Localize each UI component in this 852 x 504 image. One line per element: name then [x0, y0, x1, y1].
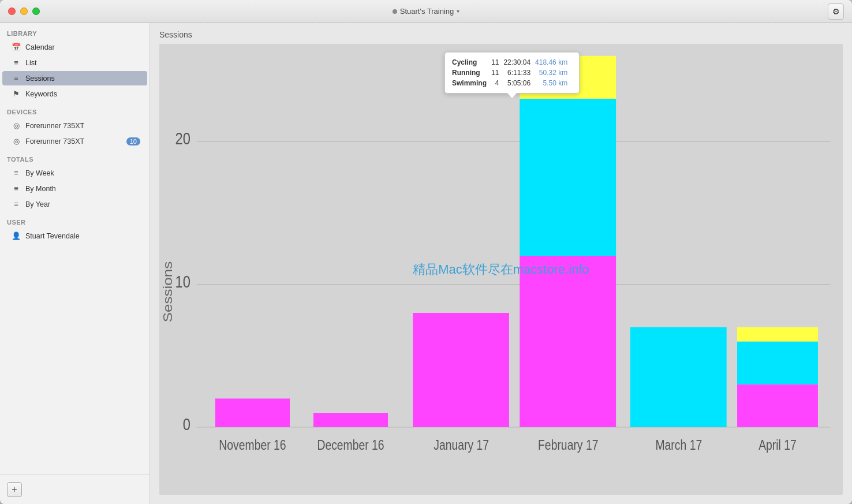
- bar-mar17-cycling: [630, 327, 727, 427]
- gear-button[interactable]: ⚙: [828, 3, 844, 20]
- tooltip-time-0: 22:30:04: [503, 57, 535, 68]
- user-header: USER: [0, 212, 150, 228]
- chart-svg: 0 10 20 Sessions: [159, 44, 843, 495]
- chart-area: Sessions Cycling 11 22:30:04 418.46 km R…: [150, 23, 852, 504]
- tooltip-time-2: 5:05:06: [503, 78, 535, 88]
- device-icon-1: ◎: [12, 121, 21, 130]
- by-week-icon: ≡: [12, 169, 21, 177]
- device-icon-2: ◎: [12, 137, 21, 145]
- main-window: Stuart's Training ▾ ⚙ LIBRARY 📅 Calendar…: [0, 0, 852, 504]
- window-controls: [8, 8, 40, 15]
- calendar-icon: 📅: [12, 43, 21, 51]
- bar-jan17-running: [413, 313, 509, 427]
- sessions-icon: ≡: [12, 74, 21, 83]
- svg-text:20: 20: [175, 129, 190, 148]
- sidebar-item-list[interactable]: ≡ List: [2, 55, 147, 70]
- tooltip-count-0: 11: [491, 57, 503, 68]
- sidebar-label-list: List: [25, 59, 36, 67]
- window-title: Stuart's Training ▾: [393, 7, 460, 16]
- sidebar-label-by-year: By Year: [25, 200, 50, 208]
- sidebar-item-user[interactable]: 👤 Stuart Tevendale: [2, 229, 147, 243]
- tooltip-distance-1: 50.32 km: [535, 68, 572, 78]
- sidebar-label-keywords: Keywords: [25, 90, 57, 98]
- tooltip-distance-0: 418.46 km: [535, 57, 572, 68]
- gear-icon: ⚙: [832, 7, 840, 16]
- sidebar-bottom: +: [0, 475, 150, 504]
- keywords-icon: ⚑: [12, 89, 21, 98]
- tooltip-activity-2: Swimming: [452, 78, 491, 88]
- bar-apr17-running: [737, 384, 818, 427]
- bar-feb17-running: [520, 256, 616, 427]
- sidebar-label-by-month: By Month: [25, 185, 56, 193]
- sidebar-item-sessions[interactable]: ≡ Sessions: [2, 71, 147, 85]
- svg-text:Sessions: Sessions: [160, 262, 174, 323]
- tooltip-popup: Cycling 11 22:30:04 418.46 km Running 11…: [444, 52, 580, 94]
- bar-feb17-cycling: [520, 99, 616, 256]
- sidebar-item-forerunner2[interactable]: ◎ Forerunner 735XT 10: [2, 134, 147, 148]
- tooltip-activity-0: Cycling: [452, 57, 491, 68]
- tooltip-time-1: 6:11:33: [503, 68, 535, 78]
- title-dot-icon: [393, 9, 397, 14]
- tooltip-row-1: Running 11 6:11:33 50.32 km: [452, 68, 572, 78]
- user-icon: 👤: [12, 232, 21, 240]
- sidebar-item-keywords[interactable]: ⚑ Keywords: [2, 87, 147, 101]
- sidebar-item-by-month[interactable]: ≡ By Month: [2, 181, 147, 196]
- main-content: LIBRARY 📅 Calendar ≡ List ≡ Sessions ⚑ K…: [0, 23, 852, 504]
- titlebar: Stuart's Training ▾ ⚙: [0, 0, 852, 23]
- bar-nov16-running: [215, 398, 290, 427]
- add-icon: +: [12, 484, 17, 495]
- sidebar-item-forerunner1[interactable]: ◎ Forerunner 735XT: [2, 118, 147, 133]
- svg-text:December 16: December 16: [317, 438, 384, 453]
- tooltip-row-0: Cycling 11 22:30:04 418.46 km: [452, 57, 572, 68]
- tooltip-row-2: Swimming 4 5:05:06 5.50 km: [452, 78, 572, 88]
- svg-text:January 17: January 17: [434, 438, 489, 453]
- svg-text:April 17: April 17: [758, 438, 797, 453]
- close-button[interactable]: [8, 8, 16, 15]
- sidebar-label-calendar: Calendar: [25, 43, 55, 51]
- library-header: LIBRARY: [0, 23, 150, 39]
- sidebar-item-by-week[interactable]: ≡ By Week: [2, 166, 147, 180]
- by-year-icon: ≡: [12, 200, 21, 208]
- bar-apr17-swimming: [737, 327, 818, 342]
- svg-text:0: 0: [183, 415, 190, 434]
- totals-header: TOTALS: [0, 149, 150, 165]
- sidebar-item-by-year[interactable]: ≡ By Year: [2, 197, 147, 211]
- devices-header: DEVICES: [0, 102, 150, 118]
- tooltip-table: Cycling 11 22:30:04 418.46 km Running 11…: [452, 57, 572, 88]
- svg-text:November 16: November 16: [219, 438, 286, 453]
- tooltip-count-2: 4: [491, 78, 503, 88]
- sidebar-label-sessions: Sessions: [25, 74, 55, 83]
- tooltip-count-1: 11: [491, 68, 503, 78]
- chart-container: 0 10 20 Sessions: [159, 44, 843, 495]
- title-chevron-icon: ▾: [457, 8, 459, 14]
- title-text: Stuart's Training: [400, 7, 454, 16]
- list-icon: ≡: [12, 58, 21, 67]
- sidebar-label-by-week: By Week: [25, 169, 54, 177]
- bar-dec16-running: [313, 413, 388, 427]
- by-month-icon: ≡: [12, 184, 21, 193]
- tooltip-distance-2: 5.50 km: [535, 78, 572, 88]
- sidebar-label-forerunner2: Forerunner 735XT: [25, 137, 84, 145]
- tooltip-activity-1: Running: [452, 68, 491, 78]
- add-button[interactable]: +: [7, 482, 22, 497]
- sidebar-label-user: Stuart Tevendale: [25, 232, 80, 240]
- svg-text:10: 10: [175, 272, 190, 292]
- sidebar-item-calendar[interactable]: 📅 Calendar: [2, 40, 147, 54]
- minimize-button[interactable]: [20, 8, 28, 15]
- svg-text:March 17: March 17: [655, 438, 702, 453]
- maximize-button[interactable]: [32, 8, 40, 15]
- bar-apr17-cycling: [737, 341, 818, 384]
- device-badge: 10: [126, 137, 140, 145]
- chart-title: Sessions: [150, 23, 852, 44]
- sidebar-label-forerunner1: Forerunner 735XT: [25, 122, 84, 130]
- sidebar: LIBRARY 📅 Calendar ≡ List ≡ Sessions ⚑ K…: [0, 23, 150, 504]
- svg-text:February 17: February 17: [538, 438, 598, 453]
